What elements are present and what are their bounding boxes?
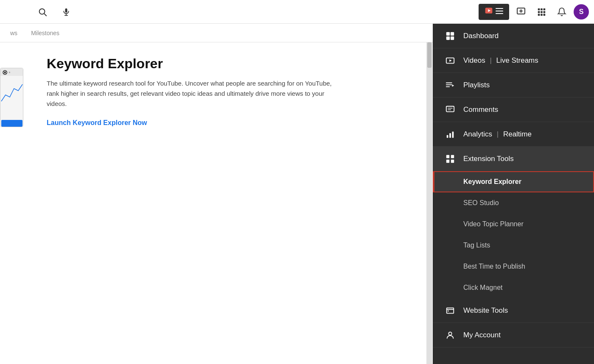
menu-item-video-topic-planner[interactable]: Video Topic Planner	[433, 214, 594, 235]
page-title: Keyword Explorer	[47, 56, 416, 72]
svg-rect-32	[446, 106, 454, 111]
playlists-icon	[445, 80, 456, 91]
menu-item-website-tools[interactable]: Website Tools	[433, 298, 594, 323]
top-bar-left	[0, 3, 75, 20]
main-content: ws Milestones ⊗ ● Keyword Explorer The u…	[0, 24, 594, 364]
apps-icon	[537, 7, 546, 17]
tab-ws[interactable]: ws	[8, 24, 19, 42]
menu-item-extension-tools[interactable]: Extension Tools	[433, 147, 594, 171]
menu-label-tag-lists: Tag Lists	[463, 242, 490, 249]
menu-label-dashboard: Dashboard	[463, 32, 499, 40]
menu-label-my-account: My Account	[463, 331, 501, 339]
menu-item-videos[interactable]: Videos | Live Streams	[433, 48, 594, 73]
svg-rect-25	[451, 36, 454, 39]
menu-label-click-magnet: Click Magnet	[463, 284, 502, 292]
menu-label-comments: Comments	[463, 106, 498, 114]
svg-point-45	[448, 332, 451, 335]
main-text-area: Keyword Explorer The ultimate keyword re…	[47, 56, 416, 127]
svg-rect-2	[65, 8, 67, 12]
menu-item-tag-lists[interactable]: Tag Lists	[433, 235, 594, 256]
svg-rect-8	[496, 11, 503, 11]
svg-rect-21	[544, 14, 546, 16]
avatar-button[interactable]: S	[574, 4, 589, 19]
menu-item-seo-studio[interactable]: SEO Studio	[433, 192, 594, 214]
apps-button[interactable]	[533, 3, 550, 20]
create-icon	[516, 7, 526, 17]
menu-item-best-time[interactable]: Best Time to Publish	[433, 256, 594, 277]
svg-rect-15	[544, 8, 546, 10]
menu-item-keyword-explorer[interactable]: Keyword Explorer	[433, 171, 594, 192]
content-panel: ⊗ ● Keyword Explorer The ultimate keywor…	[0, 42, 433, 364]
browser-mini-bar: ⊗ ●	[0, 68, 23, 76]
svg-rect-7	[496, 8, 503, 9]
scrollbar-thumb[interactable]	[427, 42, 431, 68]
search-icon	[38, 7, 47, 17]
menu-label-website-tools: Website Tools	[463, 306, 508, 315]
comments-icon	[445, 104, 456, 115]
svg-rect-37	[452, 131, 454, 138]
mini-dot-close: ⊗	[2, 68, 8, 76]
svg-rect-9	[496, 13, 503, 14]
browser-mini-content	[0, 76, 23, 127]
svg-rect-14	[541, 8, 543, 10]
menu-item-comments[interactable]: Comments	[433, 97, 594, 122]
videos-icon	[445, 55, 456, 66]
svg-rect-22	[446, 32, 450, 35]
website-icon	[445, 305, 456, 316]
svg-rect-40	[446, 159, 449, 162]
svg-line-1	[44, 14, 46, 16]
bell-icon	[557, 7, 566, 17]
top-bar: S	[0, 0, 594, 24]
svg-rect-24	[446, 36, 450, 39]
blue-bar	[1, 120, 22, 127]
dashboard-icon	[445, 31, 456, 42]
menu-label-playlists: Playlists	[463, 81, 490, 89]
menu-label-seo-studio: SEO Studio	[463, 199, 499, 207]
dropdown-menu: Dashboard Videos | Live Streams	[433, 24, 594, 364]
notifications-button[interactable]	[553, 3, 570, 20]
svg-rect-18	[544, 11, 546, 13]
tab-milestones[interactable]: Milestones	[29, 24, 61, 42]
menu-label-videos: Videos | Live Streams	[463, 56, 538, 65]
menu-item-analytics[interactable]: Analytics | Realtime	[433, 122, 594, 147]
svg-rect-39	[451, 155, 454, 158]
menu-item-my-account[interactable]: My Account	[433, 323, 594, 347]
menu-label-keyword-explorer: Keyword Explorer	[463, 178, 521, 186]
create-button[interactable]	[513, 3, 530, 20]
mic-button[interactable]	[58, 3, 75, 20]
svg-rect-19	[538, 14, 540, 16]
menu-label-best-time: Best Time to Publish	[463, 263, 525, 270]
svg-marker-31	[452, 84, 454, 87]
svg-rect-42	[447, 308, 454, 313]
menu-item-dashboard[interactable]: Dashboard	[433, 24, 594, 48]
launch-link[interactable]: Launch Keyword Explorer Now	[47, 119, 147, 126]
mic-icon	[62, 7, 70, 17]
svg-rect-17	[541, 11, 543, 13]
tubebuddy-logo-button[interactable]	[479, 4, 509, 20]
scrollbar-track	[426, 42, 432, 364]
menu-label-extension-tools: Extension Tools	[463, 155, 514, 163]
avatar-letter: S	[579, 8, 584, 16]
tabs-area: ws Milestones	[0, 24, 433, 42]
extension-icon	[445, 153, 456, 164]
analytics-icon	[445, 129, 456, 140]
account-icon	[445, 330, 456, 341]
svg-rect-41	[451, 159, 454, 162]
menu-item-click-magnet[interactable]: Click Magnet	[433, 277, 594, 298]
tb-icon	[485, 6, 493, 17]
mini-dot-1: ●	[8, 70, 11, 74]
chart-preview	[0, 76, 23, 110]
svg-rect-20	[541, 14, 543, 16]
menu-label-analytics: Analytics | Realtime	[463, 130, 532, 139]
svg-rect-16	[538, 11, 540, 13]
menu-label-video-topic-planner: Video Topic Planner	[463, 220, 524, 228]
page-description: The ultimate keyword research tool for Y…	[47, 78, 344, 109]
svg-marker-27	[449, 59, 452, 62]
search-button[interactable]	[34, 3, 51, 20]
hamburger-icon	[496, 8, 503, 16]
menu-item-playlists[interactable]: Playlists	[433, 73, 594, 97]
svg-rect-13	[538, 8, 540, 10]
svg-rect-35	[447, 135, 448, 137]
top-bar-right: S	[479, 3, 589, 20]
browser-mini-window: ⊗ ●	[0, 68, 23, 127]
